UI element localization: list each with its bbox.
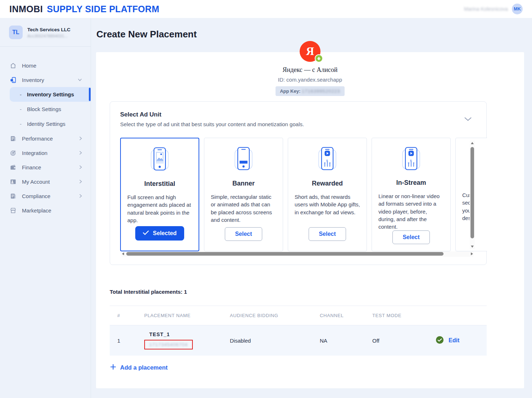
- report-icon: [9, 135, 17, 142]
- org-card[interactable]: TL Tech Services LLC Acc3552478894031...: [0, 18, 91, 47]
- rewarded-icon: $: [315, 145, 340, 175]
- selected-button[interactable]: Selected: [135, 226, 184, 241]
- yandex-letter: Я: [306, 45, 314, 58]
- select-button[interactable]: Select: [392, 230, 429, 244]
- sidebar-item-block-settings[interactable]: - Block Settings: [0, 102, 91, 116]
- sidebar-item-label: Identity Settings: [27, 121, 65, 127]
- placement-name: TEST_1: [149, 331, 170, 337]
- chevron-right-icon: [79, 194, 82, 198]
- sidebar-item-label: Performance: [22, 136, 53, 142]
- scroll-up-arrow[interactable]: [471, 142, 474, 144]
- android-badge-icon: [315, 54, 323, 63]
- horizontal-scrollbar[interactable]: [122, 251, 473, 257]
- chevron-down-icon: [78, 78, 82, 81]
- add-placement-label: Add a placement: [120, 364, 168, 371]
- card-description: Linear or non-linear video ad formats se…: [378, 192, 444, 230]
- org-account-id: Acc3552478894031...: [27, 34, 71, 38]
- select-button[interactable]: Select: [309, 227, 346, 241]
- select-button[interactable]: Select: [225, 227, 262, 241]
- vertical-scrollbar-thumb[interactable]: [470, 147, 474, 238]
- col-header-index: #: [110, 313, 144, 318]
- horizontal-scrollbar-thumb[interactable]: [126, 252, 444, 256]
- section-title: Select Ad Unit: [120, 111, 162, 118]
- sidebar-item-performance[interactable]: Performance: [0, 131, 91, 146]
- dash-bullet: -: [20, 106, 22, 112]
- col-header-placement-name: PLACEMENT NAME: [144, 313, 230, 318]
- main-panel: Я Яндекс — с Алисой ID: com.yandex.searc…: [96, 52, 524, 388]
- app-key-pill: App Key: 1716399520223: [276, 86, 345, 96]
- collapse-chevron-icon[interactable]: [464, 116, 472, 123]
- card-description: Short ads, that rewards users with Mobil…: [295, 193, 360, 216]
- app-name: Яндекс — с Алисой: [96, 66, 524, 74]
- app-key-value: 1716399520223: [302, 88, 340, 94]
- scroll-left-arrow[interactable]: [122, 252, 124, 255]
- sidebar-item-my-account[interactable]: My Account: [0, 174, 91, 189]
- sidebar: TL Tech Services LLC Acc3552478894031...…: [0, 18, 91, 398]
- ad-unit-card-banner[interactable]: Banner Simple, rectangular static or ani…: [204, 138, 283, 251]
- svg-text:$: $: [410, 159, 412, 163]
- ad-unit-card-rewarded[interactable]: $ Rewarded Short ads, that rewards users…: [288, 138, 367, 251]
- placements-table: # PLACEMENT NAME AUDIENCE BIDDING CHANNE…: [110, 306, 487, 356]
- placement-name-cell: TEST_1 1717345406704: [144, 331, 230, 349]
- ad-unit-card-interstitial[interactable]: Interstitial Full screen and high engage…: [120, 138, 199, 251]
- row-actions: Edit: [436, 336, 487, 345]
- user-avatar[interactable]: MK: [512, 4, 523, 14]
- dash-bullet: -: [20, 91, 22, 97]
- top-bar: INMOBI SUPPLY SIDE PLATFORM Marina Koles…: [0, 0, 532, 18]
- platform-logo-text: SUPPLY SIDE PLATFORM: [47, 4, 159, 14]
- interstitial-icon: [147, 146, 172, 175]
- sidebar-item-inventory-settings[interactable]: - Inventory Settings: [10, 87, 91, 102]
- add-placement-button[interactable]: Add a placement: [110, 364, 168, 371]
- ad-unit-card-instream[interactable]: $ In-Stream Linear or non-linear video a…: [372, 138, 451, 251]
- placement-id-highlight-box: 1717345406704: [144, 340, 193, 349]
- placement-id: 1717345406704: [149, 342, 188, 347]
- storefront-icon: [9, 207, 17, 214]
- org-name: Tech Services LLC: [27, 27, 71, 32]
- sidebar-item-integration[interactable]: Integration: [0, 146, 91, 160]
- col-header-audience-bidding: AUDIENCE BIDDING: [230, 313, 320, 318]
- sidebar-nav: Home Inventory - Inventory Settings - Bl…: [0, 58, 91, 218]
- sidebar-item-label: Finance: [22, 164, 41, 170]
- select-ad-unit-section: Select Ad Unit Select the type of ad uni…: [110, 101, 487, 265]
- app-key-label: App Key:: [280, 88, 300, 94]
- banner-icon: [231, 145, 256, 175]
- ad-unit-cards: Interstitial Full screen and high engage…: [120, 138, 487, 251]
- person-icon: [9, 178, 17, 185]
- sidebar-item-identity-settings[interactable]: - Identity Settings: [0, 116, 91, 131]
- sidebar-item-finance[interactable]: Finance: [0, 160, 91, 174]
- card-title: Banner: [232, 180, 255, 187]
- scroll-right-arrow[interactable]: [471, 252, 473, 255]
- vertical-scrollbar[interactable]: [470, 141, 475, 249]
- test-mode-value: Off: [372, 338, 436, 344]
- card-title: Interstitial: [144, 180, 175, 188]
- plus-icon: [110, 364, 116, 371]
- status-check-icon: [436, 336, 444, 345]
- home-icon: [9, 62, 17, 69]
- card-title: Rewarded: [312, 180, 343, 187]
- table-row: 1 TEST_1 1717345406704 Disabled NA Off E…: [110, 325, 487, 356]
- check-icon: [143, 230, 149, 237]
- scroll-down-arrow[interactable]: [471, 246, 474, 248]
- user-name: Marina Kolesnicova: [464, 6, 508, 12]
- chevron-right-icon: [79, 165, 82, 169]
- sidebar-item-inventory[interactable]: Inventory: [0, 73, 91, 87]
- edit-link[interactable]: Edit: [449, 337, 459, 344]
- target-icon: [9, 150, 17, 156]
- section-subtitle: Select the type of ad unit that best sui…: [120, 121, 304, 127]
- sidebar-item-label: Home: [22, 63, 36, 69]
- sidebar-item-marketplace[interactable]: Marketplace: [0, 203, 91, 218]
- sidebar-item-home[interactable]: Home: [0, 58, 91, 73]
- app-id: ID: com.yandex.searchapp: [96, 77, 524, 83]
- inventory-icon: [9, 77, 17, 83]
- dash-bullet: -: [20, 121, 22, 127]
- card-description: Simple, rectangular static or animated a…: [211, 193, 276, 224]
- sidebar-item-label: My Account: [22, 179, 50, 185]
- page-title: Create New Placement: [96, 29, 197, 40]
- sidebar-item-label: Compliance: [22, 193, 50, 199]
- sidebar-item-compliance[interactable]: Compliance: [0, 189, 91, 203]
- table-header-row: # PLACEMENT NAME AUDIENCE BIDDING CHANNE…: [110, 306, 487, 325]
- col-header-channel: CHANNEL: [320, 313, 372, 318]
- button-label: Selected: [153, 230, 177, 237]
- chevron-right-icon: [79, 136, 82, 141]
- sidebar-item-label: Block Settings: [27, 106, 61, 112]
